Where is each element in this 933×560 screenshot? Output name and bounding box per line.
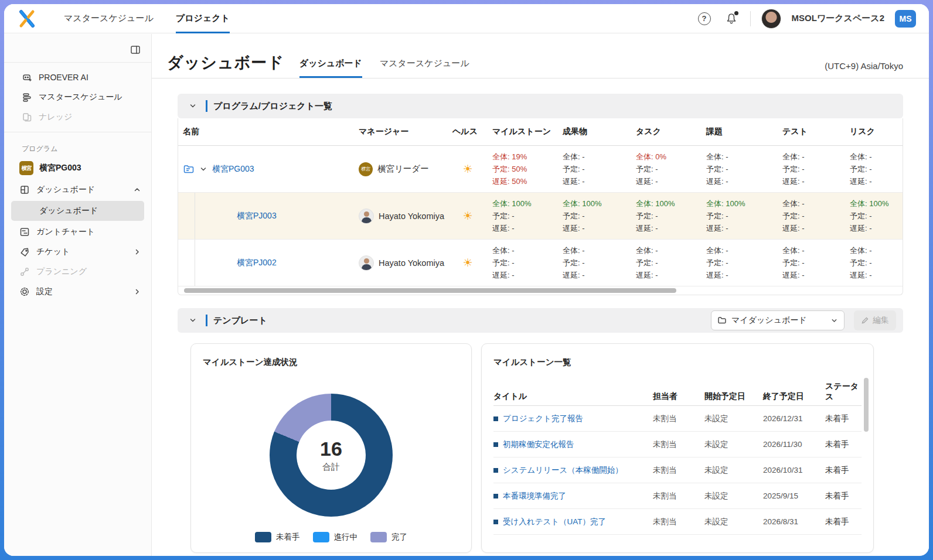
topbar-right: ? MSOLワークスペース2 MS [696, 9, 916, 29]
ticket-icon [19, 247, 30, 257]
gantt-chart-icon [19, 227, 30, 237]
sidebar-item-dashboard[interactable]: ダッシュボード [4, 180, 151, 200]
manager-cell: Hayato Yokomiya [354, 251, 448, 275]
program-table-body: 横宮PG003横宮横宮リーダー☀全体: 19%予定: 50%遅延: 50%全体:… [178, 146, 903, 286]
metric-line: 遅延: - [492, 222, 553, 234]
legend-label: 進行中 [334, 532, 358, 542]
metric-line: 全体: - [636, 244, 697, 257]
help-button[interactable]: ? [696, 11, 713, 27]
metric-line: 遅延: - [706, 175, 773, 187]
table-row: 横宮PJ003Hayato Yokomiya☀全体: 100%予定: -遅延: … [178, 193, 903, 240]
milestone-link[interactable]: 初期稼働安定化報告 [503, 439, 574, 450]
user-avatar[interactable] [761, 9, 781, 29]
milestone-title-cell: 本番環境準備完了 [493, 491, 653, 501]
program-list-section-header: プログラム/プロジェクト一覧 [178, 94, 903, 118]
metric-line: 予定: - [706, 163, 773, 175]
end-date-cell: 2026/10/31 [763, 466, 825, 474]
name-cell: 横宮PJ003 [178, 193, 354, 239]
metric-cell: 全体: -予定: -遅延: - [702, 240, 778, 286]
folder-icon [717, 316, 727, 325]
project-link[interactable]: 横宮PJ002 [237, 258, 277, 268]
column-header: マネージャー [354, 118, 448, 145]
project-link[interactable]: 横宮PG003 [212, 164, 254, 175]
metric-cell: 全体: 100%予定: -遅延: - [702, 193, 778, 239]
sidebar-item-master-schedule[interactable]: マスタースケジュール [4, 87, 151, 107]
ai-assistant-icon [22, 72, 32, 83]
sidebar-item-label: ダッシュボード [36, 185, 95, 195]
metric-cell: 全体: 0%予定: -遅延: - [631, 146, 702, 192]
knowledge-icon [22, 112, 32, 122]
milestone-link[interactable]: プロジェクト完了報告 [503, 414, 583, 424]
sidebar-item-settings[interactable]: 設定 [4, 282, 151, 302]
edit-button[interactable]: 編集 [854, 310, 896, 330]
project-tree-folder-icon[interactable] [183, 163, 195, 175]
dropdown-selected-value: マイダッシュボード [731, 315, 826, 326]
workspace-badge[interactable]: MS [895, 10, 916, 28]
metric-line: 遅延: - [636, 269, 697, 281]
name-cell: 横宮PJ002 [178, 240, 354, 286]
main-content: ダッシュボード ダッシュボード マスタースケジュール (UTC+9) Asia/… [152, 33, 929, 555]
legend-item: 完了 [370, 532, 407, 542]
sidebar-item-proever-ai[interactable]: PROEVER AI [4, 67, 151, 87]
sidebar-item-planning[interactable]: プランニング [4, 262, 151, 282]
tree-guide-line [195, 193, 195, 239]
chevron-down-icon[interactable] [199, 165, 207, 173]
manager-cell: Hayato Yokomiya [354, 204, 448, 228]
sidebar-item-gantt-chart[interactable]: ガントチャート [4, 222, 151, 242]
sidebar-item-knowledge[interactable]: ナレッジ [4, 107, 151, 127]
milestone-link[interactable]: 本番環境準備完了 [503, 491, 566, 501]
chevron-down-icon [830, 317, 838, 325]
status-cell: 未着手 [825, 517, 860, 527]
manager-name: Hayato Yokomiya [379, 211, 444, 221]
workspace-name[interactable]: MSOLワークスペース2 [792, 13, 884, 24]
collapse-section-icon[interactable] [187, 102, 199, 110]
milestone-row: 初期稼働安定化報告未割当未設定2026/11/30未着手 [493, 432, 862, 457]
sidebar: PROEVER AI マスタースケジュール ナレッジ プログラム 横宮 横宮PG… [4, 34, 152, 556]
manager-name: 横宮リーダー [377, 163, 429, 175]
metric-line: 遅延: - [563, 222, 626, 234]
horizontal-scrollbar-thumb[interactable] [184, 288, 676, 293]
metric-cell: 全体: -予定: -遅延: - [845, 146, 898, 192]
manager-photo-avatar [359, 255, 374, 271]
assignee-cell: 未割当 [653, 465, 704, 476]
dashboard-template-dropdown[interactable]: マイダッシュボード [711, 310, 845, 330]
program-name: 横宮PG003 [39, 163, 81, 173]
vertical-scrollbar-thumb[interactable] [864, 378, 869, 432]
section-accent-bar [206, 315, 207, 326]
metric-line: 全体: 0% [636, 151, 697, 163]
end-date-cell: 2026/8/31 [763, 517, 825, 526]
metric-cell: 全体: 100%予定: -遅延: - [631, 193, 702, 239]
metric-line: 遅延: - [782, 175, 840, 187]
app-logo-icon[interactable] [17, 9, 37, 29]
metric-line: 遅延: - [850, 269, 893, 281]
metric-line: 遅延: - [636, 222, 697, 234]
sidebar-subitem-dashboard-selected[interactable]: ダッシュボード [11, 201, 144, 221]
column-header: 成果物 [558, 118, 631, 145]
dashboard-cards: マイルストーン達成状況 16 合計 未着手進行中完了 マイルストーン一覧 タイ [178, 343, 929, 553]
nav-tab-project[interactable]: プロジェクト [176, 4, 230, 33]
milestone-link[interactable]: 受け入れテスト（UAT）完了 [503, 517, 606, 527]
template-controls: マイダッシュボード 編集 [711, 310, 896, 330]
milestone-bullet-icon [493, 442, 498, 447]
status-cell: 未着手 [825, 491, 860, 501]
metric-line: 全体: - [563, 244, 626, 257]
health-sunny-icon: ☀ [462, 257, 472, 269]
project-link[interactable]: 横宮PJ003 [237, 211, 277, 221]
nav-tab-master-schedule[interactable]: マスタースケジュール [64, 4, 154, 33]
chevron-right-icon [134, 288, 141, 295]
metric-line: 予定: - [850, 257, 893, 269]
metric-line: 全体: 100% [706, 197, 773, 210]
collapse-sidebar-icon[interactable] [130, 45, 141, 55]
chevron-up-icon [134, 186, 141, 193]
collapse-section-icon[interactable] [187, 316, 199, 325]
tab-master-schedule[interactable]: マスタースケジュール [380, 58, 469, 78]
sidebar-program-item[interactable]: 横宮 横宮PG003 [4, 159, 151, 180]
milestone-link[interactable]: システムリリース（本稼働開始） [503, 465, 623, 476]
metric-line: 全体: - [850, 244, 893, 257]
metric-line: 予定: - [782, 210, 840, 222]
notifications-button[interactable] [723, 11, 740, 27]
tab-dashboard[interactable]: ダッシュボード [299, 58, 362, 78]
metric-line: 予定: - [782, 257, 840, 269]
sidebar-item-ticket[interactable]: チケット [4, 242, 151, 262]
column-header: 課題 [702, 118, 778, 145]
